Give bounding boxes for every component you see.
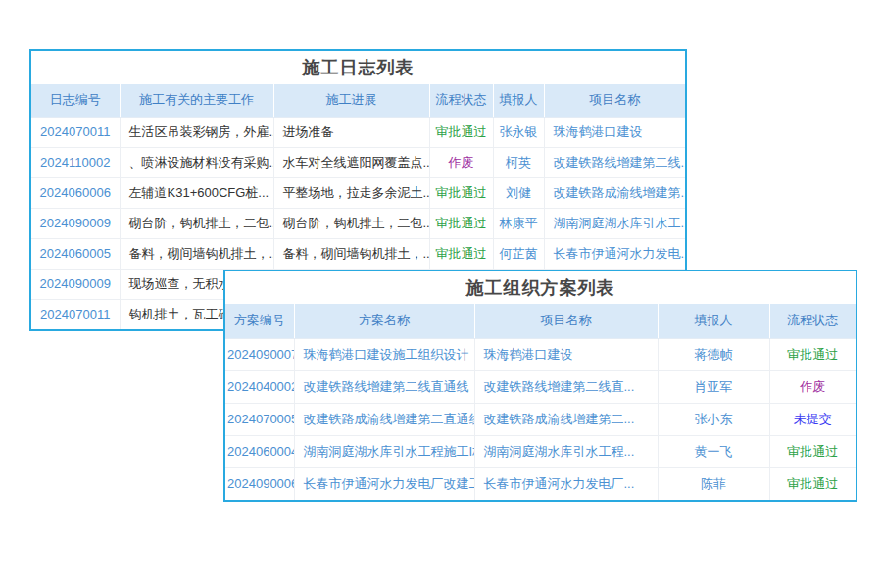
log-work-cell: 左辅道K31+600CFG桩... [120, 177, 273, 208]
plan-id-link[interactable]: 2024060004 [227, 444, 294, 459]
log-status-cell: 审批通过 [429, 177, 493, 208]
log-col-header-reporter: 填报人 [493, 84, 544, 117]
log-work-cell: 砌台阶，钩机排土，二包... [120, 208, 273, 238]
plan-reporter-cell: 蒋德帧 [658, 338, 769, 370]
log-col-header-id: 日志编号 [31, 84, 120, 117]
log-id-link[interactable]: 2024060006 [40, 185, 111, 200]
log-id-link[interactable]: 2024060005 [40, 246, 111, 261]
plan-col-header-name: 方案名称 [294, 304, 474, 338]
log-table-title: 施工日志列表 [31, 51, 685, 84]
log-work-cell: 、喷淋设施材料没有采购... [120, 147, 273, 177]
log-reporter-cell: 张永银 [493, 117, 544, 147]
log-reporter-cell: 刘健 [493, 177, 544, 208]
plan-status-cell: 审批通过 [769, 467, 856, 500]
plan-header-row: 方案编号 方案名称 项目名称 填报人 流程状态 [225, 304, 856, 338]
log-reporter-cell: 何芷茵 [493, 238, 544, 269]
log-id-link[interactable]: 2024070011 [40, 124, 110, 139]
plan-col-header-id: 方案编号 [225, 304, 294, 338]
plan-col-header-reporter: 填报人 [658, 304, 769, 338]
log-row: 2024090009 砌台阶，钩机排土，二包... 砌台阶，钩机排土，二包...… [31, 208, 685, 238]
plan-id-link[interactable]: 2024090006 [227, 476, 294, 491]
plan-reporter-cell: 陈菲 [658, 467, 769, 500]
log-status-cell: 审批通过 [429, 117, 493, 147]
page: 施工日志列表 日志编号 施工有关的主要工作 施工进展 流程状态 填报人 项目名称… [0, 0, 882, 588]
log-id-link[interactable]: 2024090009 [40, 276, 111, 291]
plan-table-card: 施工组织方案列表 方案编号 方案名称 项目名称 填报人 流程状态 2024090… [223, 270, 858, 502]
log-work-cell: 生活区吊装彩钢房，外雇... [120, 117, 273, 147]
log-col-header-status: 流程状态 [429, 84, 493, 117]
plan-name-link[interactable]: 改建铁路线增建第二线直通线（成都-西... [304, 379, 475, 394]
plan-reporter-cell: 肖亚军 [658, 370, 769, 403]
plan-id-link[interactable]: 2024040002 [227, 379, 294, 394]
log-reporter-cell: 柯英 [493, 147, 544, 177]
log-work-cell: 备料，砌间墙钩机排土，... [120, 238, 273, 269]
plan-row: 2024060004 湖南洞庭湖水库引水工程施工I标施工组织... 湖南洞庭湖水… [225, 435, 856, 467]
plan-name-link[interactable]: 改建铁路成渝线增建第二直通线（成渝枢... [304, 412, 475, 426]
plan-status-cell: 审批通过 [769, 435, 856, 467]
plan-id-link[interactable]: 2024070005 [227, 412, 294, 426]
log-status-cell: 审批通过 [429, 208, 493, 238]
log-col-header-progress: 施工进展 [273, 84, 429, 117]
log-status-cell: 审批通过 [429, 238, 493, 269]
log-project-link[interactable]: 珠海鹤港口建设 [554, 124, 643, 139]
plan-table: 方案编号 方案名称 项目名称 填报人 流程状态 2024090007 珠海鹤港口… [225, 304, 856, 500]
log-row: 2024110002 、喷淋设施材料没有采购... 水车对全线遮阳网覆盖点...… [31, 147, 685, 177]
log-progress-cell: 平整场地，拉走多余泥土... [273, 177, 429, 208]
plan-name-link[interactable]: 长春市伊通河水力发电厂改建工程施工组... [304, 476, 475, 491]
plan-project-link[interactable]: 珠海鹤港口建设 [484, 347, 573, 362]
log-reporter-cell: 林康平 [493, 208, 544, 238]
plan-table-title: 施工组织方案列表 [225, 271, 856, 304]
plan-project-link[interactable]: 改建铁路成渝线增建第二... [484, 412, 635, 426]
log-col-header-work: 施工有关的主要工作 [120, 84, 273, 117]
plan-name-link[interactable]: 湖南洞庭湖水库引水工程施工I标施工组织... [304, 444, 475, 459]
plan-project-link[interactable]: 长春市伊通河水力发电厂... [484, 476, 635, 491]
log-progress-cell: 备料，砌间墙钩机排土，... [273, 238, 429, 269]
plan-reporter-cell: 张小东 [658, 403, 769, 435]
plan-row: 2024040002 改建铁路线增建第二线直通线（成都-西... 改建铁路线增建… [225, 370, 856, 403]
log-id-link[interactable]: 2024090009 [40, 216, 111, 230]
log-project-link[interactable]: 改建铁路线增建第二线... [554, 155, 686, 170]
log-progress-cell: 进场准备 [273, 117, 429, 147]
plan-status-cell: 未提交 [769, 403, 856, 435]
plan-col-header-status: 流程状态 [769, 304, 856, 338]
log-row: 2024060005 备料，砌间墙钩机排土，... 备料，砌间墙钩机排土，...… [31, 238, 685, 269]
log-status-cell: 作废 [429, 147, 493, 177]
plan-row: 2024090007 珠海鹤港口建设施工组织设计 珠海鹤港口建设 蒋德帧 审批通… [225, 338, 856, 370]
plan-status-cell: 作废 [769, 370, 856, 403]
plan-status-cell: 审批通过 [769, 338, 856, 370]
plan-project-link[interactable]: 改建铁路线增建第二线直... [484, 379, 635, 394]
log-col-header-project: 项目名称 [544, 84, 685, 117]
log-header-row: 日志编号 施工有关的主要工作 施工进展 流程状态 填报人 项目名称 [31, 84, 685, 117]
log-project-link[interactable]: 改建铁路成渝线增建第... [554, 185, 686, 200]
log-progress-cell: 水车对全线遮阳网覆盖点... [273, 147, 429, 177]
plan-row: 2024070005 改建铁路成渝线增建第二直通线（成渝枢... 改建铁路成渝线… [225, 403, 856, 435]
log-id-link[interactable]: 2024110002 [40, 155, 110, 170]
log-progress-cell: 砌台阶，钩机排土，二包... [273, 208, 429, 238]
plan-name-link[interactable]: 珠海鹤港口建设施工组织设计 [304, 347, 469, 362]
plan-col-header-project: 项目名称 [474, 304, 658, 338]
log-project-link[interactable]: 长春市伊通河水力发电... [554, 246, 686, 261]
log-project-link[interactable]: 湖南洞庭湖水库引水工... [554, 216, 686, 230]
log-id-link[interactable]: 2024070011 [40, 307, 110, 321]
plan-project-link[interactable]: 湖南洞庭湖水库引水工程... [484, 444, 635, 459]
plan-id-link[interactable]: 2024090007 [227, 347, 294, 362]
plan-row: 2024090006 长春市伊通河水力发电厂改建工程施工组... 长春市伊通河水… [225, 467, 856, 500]
plan-reporter-cell: 黄一飞 [658, 435, 769, 467]
log-row: 2024070011 生活区吊装彩钢房，外雇... 进场准备 审批通过 张永银 … [31, 117, 685, 147]
log-row: 2024060006 左辅道K31+600CFG桩... 平整场地，拉走多余泥土… [31, 177, 685, 208]
